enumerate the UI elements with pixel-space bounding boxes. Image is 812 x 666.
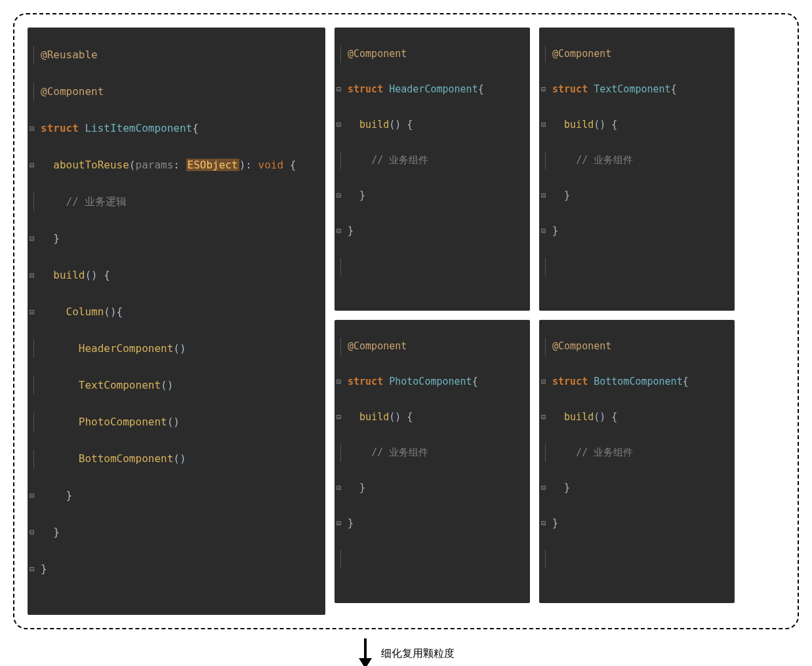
arrow-down-icon — [357, 638, 373, 666]
arrow-label: 细化复用颗粒度 — [381, 647, 455, 661]
code-panel-header-simple: @Component struct HeaderComponent{ build… — [335, 28, 530, 311]
before-refactor-group: @Reusable @Component struct ListItemComp… — [13, 13, 799, 629]
code-panel-photo-simple: @Component struct PhotoComponent{ build(… — [335, 320, 530, 603]
code-panel-text-simple: @Component struct TextComponent{ build()… — [539, 28, 735, 311]
simple-components-group-top: @Component struct HeaderComponent{ build… — [335, 28, 735, 615]
decorator-reusable: @Reusable — [41, 49, 98, 61]
code-panel-bottom-simple: @Component struct BottomComponent{ build… — [539, 320, 735, 603]
transition-arrow: 细化复用颗粒度 — [13, 638, 799, 666]
code-panel-listitem-struct: @Reusable @Component struct ListItemComp… — [28, 28, 325, 615]
svg-marker-1 — [359, 658, 372, 666]
decorator-component: @Component — [41, 85, 104, 98]
